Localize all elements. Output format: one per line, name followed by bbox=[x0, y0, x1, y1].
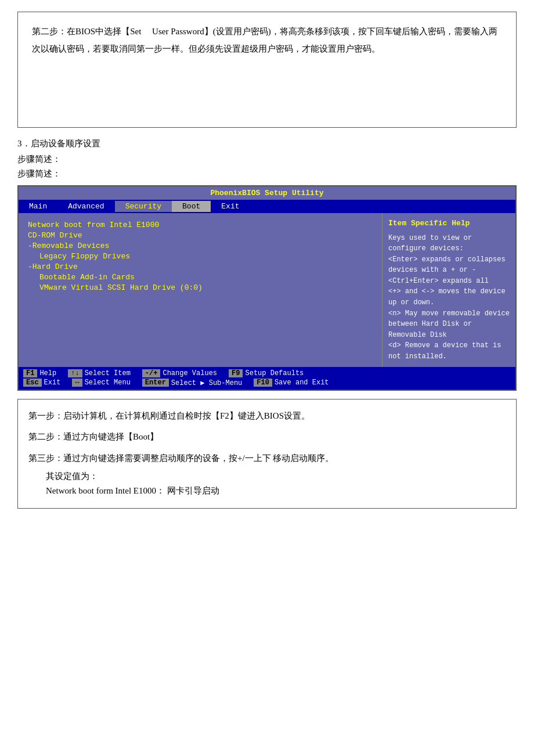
bios-body: Network boot from Intel E1000 CD-ROM Dri… bbox=[19, 213, 515, 367]
bios-menu-security[interactable]: Security bbox=[115, 201, 172, 212]
key-f9: F9 bbox=[229, 369, 243, 377]
step2-label: 步骤简述： bbox=[17, 168, 517, 179]
section3: 3．启动设备顺序设置 步骤简述： 步骤简述： bbox=[17, 138, 517, 179]
bios-footer-lr: ↔ Select Menu bbox=[72, 379, 130, 387]
boot-item-7: VMware Virtual SCSI Hard Drive (0:0) bbox=[28, 283, 373, 292]
bios-footer-esc: Esc Exit bbox=[23, 379, 60, 387]
boot-item-3: -Removable Devices bbox=[28, 242, 373, 250]
bios-title: PhoenixBIOS Setup Utility bbox=[210, 189, 323, 197]
label-select-menu: Select Menu bbox=[85, 379, 131, 387]
bios-footer-f10: F10 Save and Exit bbox=[254, 379, 329, 387]
bios-help-title: Item Specific Help bbox=[388, 218, 510, 229]
label-change-values: Change Values bbox=[163, 369, 217, 377]
bios-screen: PhoenixBIOS Setup Utility Main Advanced … bbox=[17, 185, 517, 391]
label-select-submenu: Select ▶ Sub-Menu bbox=[171, 379, 242, 387]
key-updown: ↑↓ bbox=[68, 369, 82, 377]
bios-footer-row2: Esc Exit ↔ Select Menu Enter Select ▶ Su… bbox=[23, 379, 511, 387]
top-section: 第二步：在BIOS中选择【Set User Password】(设置用户密码)，… bbox=[17, 12, 517, 128]
top-section-text: 第二步：在BIOS中选择【Set User Password】(设置用户密码)，… bbox=[32, 23, 502, 57]
bios-footer-updown: ↑↓ Select Item bbox=[68, 369, 131, 377]
bottom-step2: 第二步：通过方向键选择【Boot】 bbox=[28, 429, 506, 445]
bios-footer-plusminus: -/+ Change Values bbox=[142, 369, 217, 377]
key-esc: Esc bbox=[23, 379, 42, 387]
bios-footer: F1 Help ↑↓ Select Item -/+ Change Values… bbox=[19, 367, 515, 390]
page-wrapper: 第二步：在BIOS中选择【Set User Password】(设置用户密码)，… bbox=[0, 0, 534, 520]
key-f1: F1 bbox=[23, 369, 37, 377]
boot-item-1: Network boot from Intel E1000 bbox=[28, 221, 373, 229]
bios-menu-main[interactable]: Main bbox=[19, 201, 57, 212]
boot-item-4: Legacy Floppy Drives bbox=[28, 252, 373, 261]
label-help: Help bbox=[39, 369, 56, 377]
bios-title-bar: PhoenixBIOS Setup Utility bbox=[19, 186, 515, 200]
bios-footer-f9: F9 Setup Defaults bbox=[229, 369, 304, 377]
bios-footer-enter: Enter Select ▶ Sub-Menu bbox=[142, 379, 242, 387]
boot-item-6: Bootable Add-in Cards bbox=[28, 273, 373, 282]
bios-footer-row1: F1 Help ↑↓ Select Item -/+ Change Values… bbox=[23, 369, 511, 377]
key-enter: Enter bbox=[142, 379, 169, 387]
bios-help-text: Keys used to view or configure devices:<… bbox=[388, 233, 510, 362]
bios-right-panel: Item Specific Help Keys used to view or … bbox=[382, 213, 515, 367]
section3-title: 3．启动设备顺序设置 bbox=[17, 138, 517, 149]
step1-label: 步骤简述： bbox=[17, 154, 517, 165]
label-save-exit: Save and Exit bbox=[275, 379, 329, 387]
label-exit: Exit bbox=[44, 379, 61, 387]
label-setup-defaults: Setup Defaults bbox=[245, 369, 304, 377]
boot-item-5: -Hard Drive bbox=[28, 262, 373, 271]
setting-label: 其设定值为： bbox=[28, 471, 506, 482]
key-plusminus: -/+ bbox=[142, 369, 161, 377]
label-select-item: Select Item bbox=[85, 369, 131, 377]
boot-item-2: CD-ROM Drive bbox=[28, 231, 373, 240]
bios-menu-exit[interactable]: Exit bbox=[211, 201, 250, 212]
bios-footer-f1: F1 Help bbox=[23, 369, 56, 377]
bios-menu-advanced[interactable]: Advanced bbox=[57, 201, 114, 212]
bottom-step3: 第三步：通过方向键选择需要调整启动顺序的设备，按+/一上下 移动启动顺序。 bbox=[28, 450, 506, 467]
bios-menu-boot[interactable]: Boot bbox=[172, 201, 211, 212]
bottom-steps: 第一步：启动计算机，在计算机刚通过自检时按【F2】键进入BIOS设置。 第二步：… bbox=[17, 399, 517, 509]
bottom-step1: 第一步：启动计算机，在计算机刚通过自检时按【F2】键进入BIOS设置。 bbox=[28, 408, 506, 424]
bios-menu-bar: Main Advanced Security Boot Exit bbox=[19, 200, 515, 213]
key-f10: F10 bbox=[254, 379, 272, 387]
setting-value: Network boot form Intel E1000： 网卡引导启动 bbox=[28, 485, 506, 496]
key-lr: ↔ bbox=[72, 379, 82, 387]
bios-left-panel: Network boot from Intel E1000 CD-ROM Dri… bbox=[19, 213, 382, 367]
